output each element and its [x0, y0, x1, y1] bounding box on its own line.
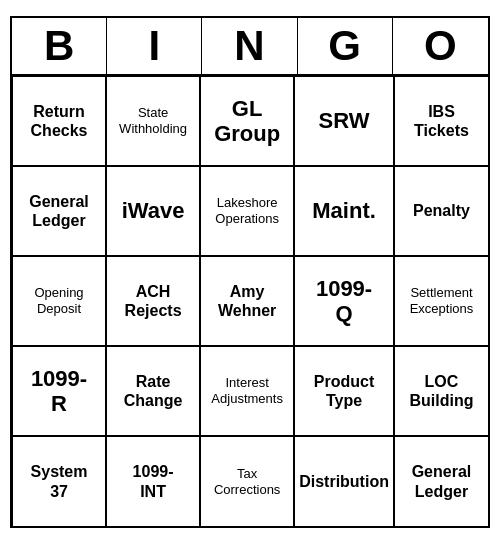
bingo-cell-5[interactable]: GeneralLedger: [12, 166, 106, 256]
bingo-cell-4[interactable]: IBSTickets: [394, 76, 488, 166]
bingo-cell-15[interactable]: 1099-R: [12, 346, 106, 436]
bingo-cell-14[interactable]: SettlementExceptions: [394, 256, 488, 346]
bingo-cell-1[interactable]: StateWithholding: [106, 76, 200, 166]
header-g: G: [298, 18, 393, 74]
bingo-cell-11[interactable]: ACHRejects: [106, 256, 200, 346]
bingo-cell-12[interactable]: AmyWehner: [200, 256, 294, 346]
bingo-cell-13[interactable]: 1099-Q: [294, 256, 394, 346]
bingo-cell-21[interactable]: 1099-INT: [106, 436, 200, 526]
header-n: N: [202, 18, 297, 74]
bingo-cell-17[interactable]: InterestAdjustments: [200, 346, 294, 436]
header-i: I: [107, 18, 202, 74]
bingo-cell-3[interactable]: SRW: [294, 76, 394, 166]
bingo-cell-24[interactable]: GeneralLedger: [394, 436, 488, 526]
bingo-card: B I N G O ReturnChecksStateWithholdingGL…: [10, 16, 490, 528]
bingo-cell-10[interactable]: OpeningDeposit: [12, 256, 106, 346]
header-o: O: [393, 18, 488, 74]
bingo-cell-22[interactable]: TaxCorrections: [200, 436, 294, 526]
bingo-cell-7[interactable]: LakeshoreOperations: [200, 166, 294, 256]
bingo-cell-8[interactable]: Maint.: [294, 166, 394, 256]
bingo-cell-9[interactable]: Penalty: [394, 166, 488, 256]
bingo-cell-2[interactable]: GLGroup: [200, 76, 294, 166]
bingo-header: B I N G O: [12, 18, 488, 76]
bingo-cell-0[interactable]: ReturnChecks: [12, 76, 106, 166]
header-b: B: [12, 18, 107, 74]
bingo-cell-19[interactable]: LOCBuilding: [394, 346, 488, 436]
bingo-grid: ReturnChecksStateWithholdingGLGroupSRWIB…: [12, 76, 488, 526]
bingo-cell-20[interactable]: System37: [12, 436, 106, 526]
bingo-cell-18[interactable]: ProductType: [294, 346, 394, 436]
bingo-cell-6[interactable]: iWave: [106, 166, 200, 256]
bingo-cell-23[interactable]: Distribution: [294, 436, 394, 526]
bingo-cell-16[interactable]: RateChange: [106, 346, 200, 436]
